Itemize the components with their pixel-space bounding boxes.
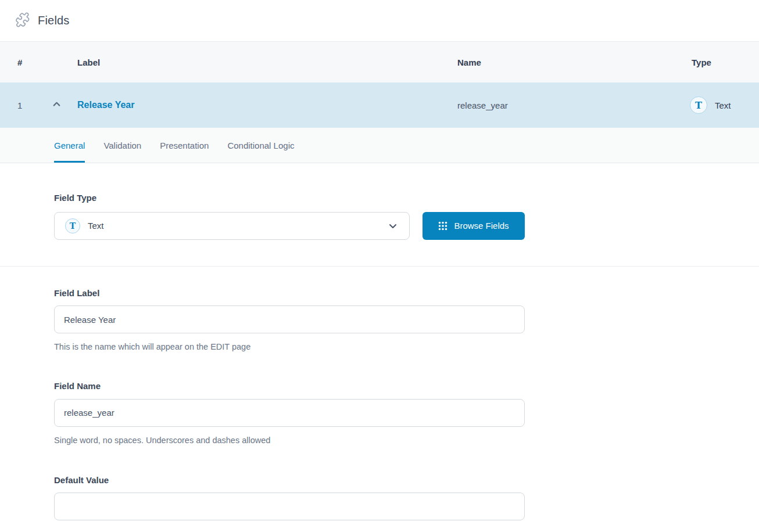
grid-dots-icon (438, 221, 447, 231)
column-header-number: # (17, 57, 52, 67)
tab-validation[interactable]: Validation (103, 128, 141, 163)
field-name-label: Field Name (54, 351, 705, 391)
fields-editor: Fields # Label Name Type 1 Release Year … (0, 0, 759, 532)
page-title: Fields (38, 14, 70, 27)
chevron-down-icon (387, 220, 399, 232)
browse-fields-button-label: Browse Fields (454, 221, 509, 231)
browse-fields-button[interactable]: Browse Fields (423, 212, 525, 240)
puzzle-icon (15, 11, 31, 30)
field-type-text: Text (715, 100, 731, 110)
field-type-controls: T Text Browse Fields (54, 212, 705, 240)
field-label-label: Field Label (54, 267, 705, 299)
row-order-number: 1 (17, 100, 52, 110)
default-value-label: Default Value (54, 445, 705, 486)
general-settings-panel: Field Type T Text (0, 163, 759, 520)
field-type-selected-value: Text (88, 221, 387, 231)
field-type-label: Field Type (54, 163, 705, 203)
field-name-helper: Single word, no spaces. Underscores and … (54, 436, 705, 445)
column-header-type: Type (690, 57, 759, 67)
field-label-helper: This is the name which will appear on th… (54, 342, 705, 351)
text-type-icon: T (65, 218, 80, 233)
column-header-label: Label (77, 57, 457, 67)
tab-general[interactable]: General (54, 128, 85, 163)
default-value-input[interactable] (54, 493, 525, 520)
field-type-badge: T Text (690, 96, 759, 114)
column-header-name: Name (457, 57, 690, 67)
field-type-select[interactable]: T Text (54, 212, 410, 240)
table-row[interactable]: 1 Release Year release_year T Text (0, 82, 759, 128)
field-name-input[interactable] (54, 399, 525, 427)
field-label-input[interactable] (54, 305, 525, 333)
chevron-up-icon (52, 99, 62, 111)
field-settings-tabs: General Validation Presentation Conditio… (0, 128, 759, 163)
tab-conditional-logic[interactable]: Conditional Logic (227, 128, 294, 163)
field-label-link[interactable]: Release Year (77, 100, 457, 110)
field-name-value: release_year (457, 100, 690, 110)
collapse-field-button[interactable] (52, 99, 77, 111)
fields-table-header: # Label Name Type (0, 42, 759, 82)
text-type-icon: T (690, 96, 707, 114)
page-header: Fields (0, 0, 759, 42)
tab-presentation[interactable]: Presentation (160, 128, 209, 163)
